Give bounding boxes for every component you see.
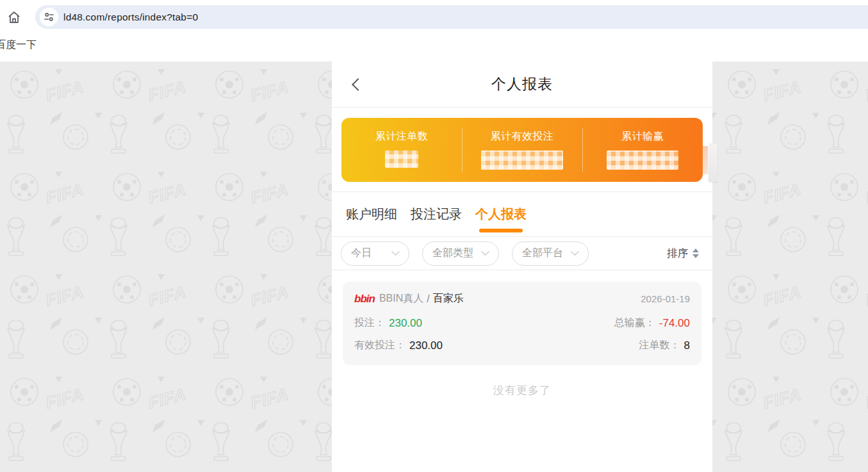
censored-value xyxy=(385,151,418,168)
chevron-down-icon xyxy=(391,247,400,256)
censor-artifact xyxy=(708,143,717,182)
filter-date-dropdown[interactable]: 今日 xyxy=(341,241,409,266)
record-game: 百家乐 xyxy=(433,292,464,305)
sort-button[interactable]: 排序 xyxy=(667,247,699,261)
valid-bet-amount: 230.00 xyxy=(409,339,443,352)
bet-label: 投注： xyxy=(354,316,385,330)
records-list: bbin BBIN真人 / 百家乐 2026-01-19 投注： 230.00 … xyxy=(332,270,712,398)
summary-col-win-loss: 累计输赢 xyxy=(582,118,703,182)
summary-label: 累计输赢 xyxy=(621,130,664,143)
tune-icon xyxy=(45,13,48,16)
report-panel: 个人报表 累计注单数 累计有效投注 累计输赢 账户明细 xyxy=(332,61,712,472)
tab-personal-report[interactable]: 个人报表 xyxy=(475,192,527,236)
summary-col-valid-bets: 累计有效投注 xyxy=(462,118,582,182)
tab-account-details[interactable]: 账户明细 xyxy=(346,192,397,236)
count-label: 注单数： xyxy=(639,339,680,352)
result-label: 总输赢： xyxy=(614,316,655,330)
summary-col-bet-count: 累计注单数 xyxy=(341,118,462,182)
no-more-text: 没有更多了 xyxy=(343,383,701,398)
filter-label: 全部平台 xyxy=(522,247,563,260)
tab-bet-records[interactable]: 投注记录 xyxy=(411,192,462,236)
page-title: 个人报表 xyxy=(491,74,553,94)
record-separator: / xyxy=(427,293,429,305)
summary-card: 累计注单数 累计有效投注 累计输赢 xyxy=(341,118,703,182)
site-settings-button[interactable] xyxy=(40,8,58,26)
valid-bet-label: 有效投注： xyxy=(354,339,405,352)
sort-label: 排序 xyxy=(667,247,688,261)
back-button[interactable] xyxy=(350,77,365,92)
chevron-down-icon xyxy=(571,247,579,256)
url-text: ld48.com/reports/index?tab=0 xyxy=(63,12,198,23)
bbin-logo: bbin xyxy=(354,293,375,305)
censor-artifact xyxy=(703,146,708,174)
record-platform: BBIN真人 xyxy=(379,292,423,305)
panel-header: 个人报表 xyxy=(332,61,712,108)
record-date: 2026-01-19 xyxy=(641,293,690,304)
filter-type-dropdown[interactable]: 全部类型 xyxy=(422,241,499,266)
tab-bar: 账户明细 投注记录 个人报表 xyxy=(332,192,712,237)
record-card[interactable]: bbin BBIN真人 / 百家乐 2026-01-19 投注： 230.00 … xyxy=(343,282,701,365)
browser-chrome: ld48.com/reports/index?tab=0 百度一下 xyxy=(0,0,868,61)
bet-amount: 230.00 xyxy=(389,317,422,330)
result-amount: -74.00 xyxy=(659,317,690,330)
filter-label: 今日 xyxy=(351,247,372,260)
summary-section: 累计注单数 累计有效投注 累计输赢 xyxy=(332,108,712,192)
summary-label: 累计注单数 xyxy=(375,130,429,143)
bookmark-baidu[interactable]: 百度一下 xyxy=(0,38,37,52)
count-value: 8 xyxy=(684,339,690,352)
filter-bar: 今日 全部类型 全部平台 排序 xyxy=(332,237,712,270)
filter-label: 全部类型 xyxy=(432,247,473,260)
page-background: FIFA 个人报表 累计注单数 累计有效投注 累计输赢 xyxy=(0,61,868,472)
censored-value xyxy=(481,151,563,170)
chevron-down-icon xyxy=(481,247,489,256)
filter-platform-dropdown[interactable]: 全部平台 xyxy=(512,241,589,266)
summary-label: 累计有效投注 xyxy=(491,130,554,143)
address-bar[interactable]: ld48.com/reports/index?tab=0 xyxy=(35,5,868,29)
home-icon[interactable] xyxy=(5,8,23,26)
censored-value xyxy=(607,151,678,170)
sort-arrows-icon xyxy=(692,248,699,258)
